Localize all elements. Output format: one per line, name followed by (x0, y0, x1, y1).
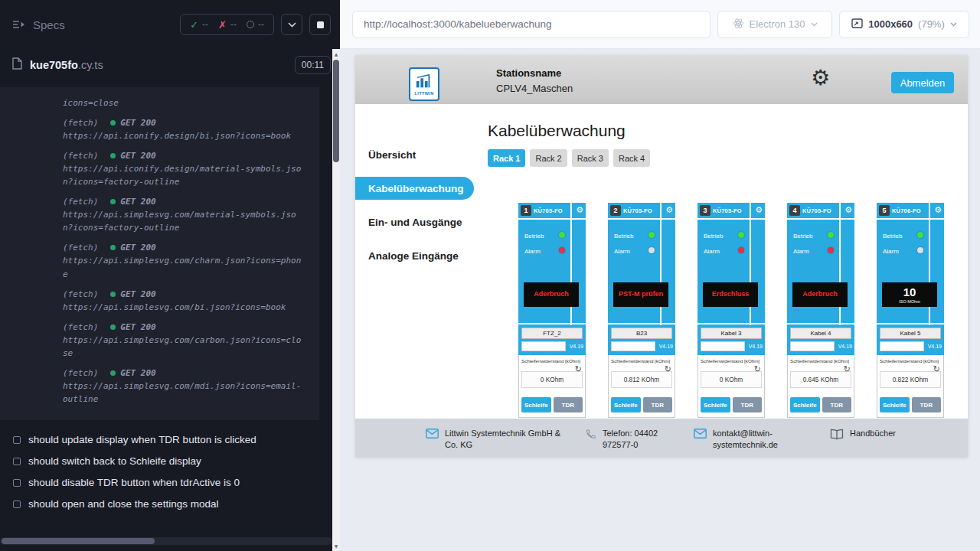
status-subtext: ISO MOhm (899, 299, 920, 304)
resistance-value: 0.812 KOhm (611, 371, 672, 388)
divider (518, 218, 586, 220)
browser-pane: http://localhost:3000/kabelueberwachung … (340, 0, 980, 551)
spec-file-name: kue705fo.cy.ts (30, 59, 287, 71)
test-item[interactable]: should disable TDR button when tdrActive… (0, 472, 340, 494)
schleife-button[interactable]: Schleife (611, 397, 641, 412)
scroll-up-arrow[interactable]: ▲ (332, 51, 340, 57)
device-gear-icon[interactable]: ⚙ (576, 206, 583, 214)
app-sidebar: Übersicht Kabelüberwachung Ein- und Ausg… (355, 104, 474, 419)
sidebar-item-uebersicht[interactable]: Übersicht (355, 143, 474, 166)
device-model: KÜ706-FO (892, 207, 921, 214)
divider (839, 203, 841, 325)
vertical-scrollbar[interactable]: ▲ ▼ (332, 49, 340, 551)
collapse-button[interactable] (281, 14, 302, 35)
sidebar-item-analoge-eingaenge[interactable]: Analoge Eingänge (355, 244, 474, 267)
device-model: KÜ705-FO (534, 207, 563, 214)
test-item[interactable]: should open and close the settings modal (0, 494, 340, 515)
scrollbar-thumb[interactable] (2, 538, 155, 544)
log-entry[interactable]: (fetch)GET 200 https://api.iconify.desig… (63, 116, 312, 142)
test-box-icon (13, 500, 21, 508)
url-bar[interactable]: http://localhost:3000/kabelueberwachung (352, 11, 710, 38)
refresh-icon[interactable]: ↻ (844, 365, 851, 373)
command-log: icons=close (fetch)GET 200 https://api.i… (0, 87, 319, 420)
refresh-icon[interactable]: ↻ (933, 365, 940, 373)
runner-header: Specs ✓-- ✗-- -- (0, 0, 340, 49)
schleife-button[interactable]: Schleife (521, 397, 551, 412)
test-stats: ✓-- ✗-- -- (180, 14, 274, 35)
spec-file-row[interactable]: kue705fo.cy.ts 00:11 (0, 49, 340, 81)
status-display: PST-M prüfen (613, 282, 668, 307)
tdr-button[interactable]: TDR (554, 397, 583, 412)
log-entry[interactable]: (fetch)GET 200 https://api.simplesvg.com… (63, 195, 312, 234)
browser-selector[interactable]: Electron 130 (717, 11, 832, 38)
alarm-label: Alarm (883, 248, 899, 255)
refresh-icon[interactable]: ↻ (665, 365, 671, 373)
status-display: Erdschluss (703, 282, 758, 307)
chevron-down-icon (811, 22, 818, 27)
tab-rack-4[interactable]: Rack 4 (613, 149, 650, 167)
cable-label: Kabel 3 (701, 328, 762, 339)
tdr-button[interactable]: TDR (912, 397, 942, 412)
page-title: Kabelüberwachung (488, 122, 968, 140)
chevron-down-icon (950, 22, 957, 27)
littwin-logo: LITTWIN (409, 67, 439, 101)
refresh-icon[interactable]: ↻ (754, 365, 761, 373)
device-card: 1 KÜ705-FO ⚙ Betrieb Alarm Aderbruch FTZ… (518, 203, 586, 418)
pending-stat: -- (247, 19, 264, 30)
specs-list-icon (12, 18, 26, 31)
resistance-value: 0.645 KOhm (790, 371, 851, 388)
specs-toggle[interactable]: Specs (12, 18, 173, 31)
tab-rack-3[interactable]: Rack 3 (572, 149, 609, 167)
tdr-button[interactable]: TDR (643, 397, 673, 412)
betrieb-label: Betrieb (704, 233, 723, 240)
browser-toolbar: http://localhost:3000/kabelueberwachung … (340, 0, 980, 49)
footer-manuals[interactable]: Handbücher (830, 428, 929, 440)
logout-button[interactable]: Abmelden (891, 72, 954, 93)
schleife-button[interactable]: Schleife (701, 397, 730, 412)
schleife-button[interactable]: Schleife (880, 397, 910, 412)
tdr-button[interactable]: TDR (822, 397, 852, 412)
tab-rack-1[interactable]: Rack 1 (488, 149, 525, 167)
sidebar-item-ein-und-ausgaenge[interactable]: Ein- und Ausgänge (355, 210, 474, 233)
sidebar-item-kabelueberwachung[interactable]: Kabelüberwachung (355, 177, 474, 200)
device-gear-icon[interactable]: ⚙ (844, 206, 852, 214)
log-entry[interactable]: (fetch)GET 200 https://api.simplesvg.com… (63, 367, 312, 406)
scrollbar-thumb[interactable] (333, 60, 339, 162)
test-item[interactable]: should switch back to Schleife display (0, 451, 340, 472)
spec-timer: 00:11 (295, 56, 331, 74)
refresh-icon[interactable]: ↻ (575, 365, 582, 373)
horizontal-scrollbar[interactable] (0, 537, 332, 545)
betrieb-led (559, 232, 565, 238)
scroll-down-arrow[interactable]: ▼ (332, 543, 340, 549)
schleife-button[interactable]: Schleife (790, 397, 820, 412)
device-gear-icon[interactable]: ⚙ (665, 206, 673, 214)
log-entry[interactable]: (fetch)GET 200 https://api.simplesvg.com… (63, 288, 312, 314)
station-info: Stationsname CPLV4_Maschen (496, 67, 573, 94)
firmware-version: V4.19 (838, 344, 852, 349)
tdr-button[interactable]: TDR (733, 397, 763, 412)
test-item[interactable]: should update display when TDR button is… (0, 429, 340, 451)
settings-gear-icon[interactable]: ⚙ (811, 67, 830, 89)
device-gear-icon[interactable]: ⚙ (755, 206, 763, 214)
cable-label: B23 (611, 328, 672, 339)
betrieb-led (828, 232, 834, 238)
viewport-selector[interactable]: 1000x660 (79%) (839, 11, 969, 38)
device-gear-icon[interactable]: ⚙ (934, 206, 942, 214)
footer-phone-text: Telefon: 04402 972577-0 (603, 428, 681, 451)
viewport-size: 1000x660 (868, 18, 913, 30)
display-window (611, 341, 655, 351)
measurement-panel: Schleifenwiderstand [kOhm] ↻ 0.822 KOhm … (877, 355, 944, 418)
tab-rack-2[interactable]: Rack 2 (530, 149, 567, 167)
betrieb-label: Betrieb (793, 233, 812, 240)
device-card: 3 KÜ705-FO ⚙ Betrieb Alarm Erdschluss Ka… (697, 203, 765, 418)
log-entry[interactable]: (fetch)GET 200 https://api.simplesvg.com… (63, 321, 312, 360)
log-entry[interactable]: (fetch)GET 200 https://api.simplesvg.com… (63, 241, 312, 280)
cable-label: FTZ_2 (521, 328, 583, 339)
pending-icon (247, 21, 254, 28)
divider (750, 203, 751, 325)
log-entry[interactable]: (fetch)GET 200 https://api.iconify.desig… (63, 149, 312, 188)
status-text: Aderbruch (802, 290, 838, 298)
firmware-version: V4.19 (928, 344, 942, 349)
status-text: Erdschluss (712, 290, 750, 298)
stop-button[interactable] (309, 14, 331, 35)
